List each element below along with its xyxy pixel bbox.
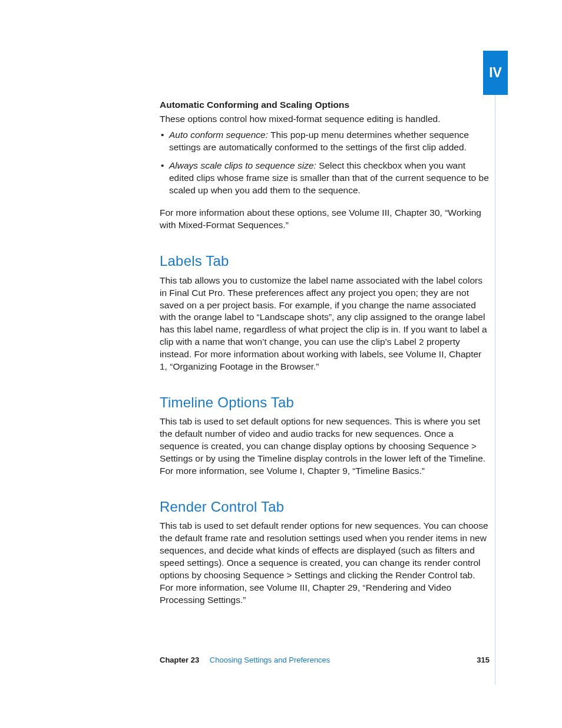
- section-labels-tab: Labels Tab This tab allows you to custom…: [160, 252, 490, 373]
- section-body: This tab is used to set default options …: [160, 416, 490, 477]
- list-item: Always scale clips to sequence size: Sel…: [160, 160, 490, 197]
- intro-text: These options control how mixed-format s…: [160, 113, 490, 126]
- section-body: This tab is used to set default render o…: [160, 520, 490, 606]
- section-auto-conform: Automatic Conforming and Scaling Options…: [160, 99, 490, 232]
- footer-left: Chapter 23 Choosing Settings and Prefere…: [160, 655, 330, 664]
- section-heading: Labels Tab: [160, 252, 490, 271]
- list-item: Auto conform sequence: This pop-up menu …: [160, 129, 490, 154]
- more-info-text: For more information about these options…: [160, 207, 490, 232]
- section-heading: Timeline Options Tab: [160, 393, 490, 412]
- section-body: This tab allows you to customize the lab…: [160, 275, 490, 373]
- option-term: Always scale clips to sequence size:: [169, 160, 316, 170]
- option-term: Auto conform sequence:: [169, 130, 268, 140]
- content-area: Automatic Conforming and Scaling Options…: [160, 99, 490, 607]
- section-render-control-tab: Render Control Tab This tab is used to s…: [160, 498, 490, 607]
- options-list: Auto conform sequence: This pop-up menu …: [160, 129, 490, 197]
- chapter-number: Chapter 23: [160, 655, 199, 664]
- vertical-rule: [495, 95, 495, 684]
- part-tab: IV: [483, 51, 508, 95]
- page-number: 315: [477, 655, 490, 664]
- section-heading: Render Control Tab: [160, 498, 490, 516]
- chapter-title: Choosing Settings and Preferences: [210, 655, 330, 664]
- subheading: Automatic Conforming and Scaling Options: [160, 99, 490, 111]
- section-timeline-options-tab: Timeline Options Tab This tab is used to…: [160, 393, 490, 477]
- page-footer: Chapter 23 Choosing Settings and Prefere…: [160, 655, 490, 664]
- page: IV Automatic Conforming and Scaling Opti…: [0, 0, 562, 728]
